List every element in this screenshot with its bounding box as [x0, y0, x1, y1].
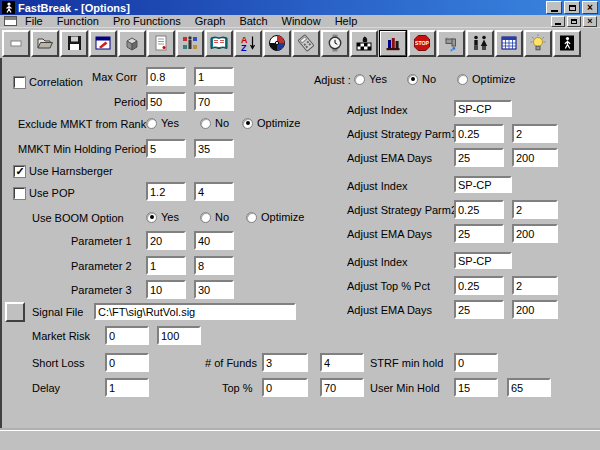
- user-min-hold-high-input[interactable]: [507, 378, 551, 397]
- radio-icon: [146, 118, 157, 129]
- window-restore-button[interactable]: [564, 1, 580, 14]
- toolbar: A Z: [0, 28, 600, 58]
- toolbar-report-button[interactable]: [147, 30, 175, 57]
- parameter2-high-input[interactable]: [194, 256, 234, 275]
- toolbar-edit-button[interactable]: [89, 30, 117, 57]
- parameter1-label: Parameter 1: [71, 235, 132, 247]
- radio-label: Yes: [369, 73, 387, 85]
- num-funds-low-input[interactable]: [262, 353, 308, 372]
- toolbar-new-button[interactable]: [2, 30, 30, 57]
- toolbar-chart-button[interactable]: [379, 30, 407, 57]
- toolbar-exit-button[interactable]: [553, 30, 581, 57]
- use-pop-low-input[interactable]: [146, 182, 186, 201]
- toolbar-save-button[interactable]: [60, 30, 88, 57]
- toolbar-wheel-button[interactable]: [263, 30, 291, 57]
- parameter2-low-input[interactable]: [146, 256, 186, 275]
- toolbar-restroom-button[interactable]: [466, 30, 494, 57]
- parameter1-high-input[interactable]: [194, 231, 234, 250]
- market-risk-high-input[interactable]: [157, 326, 201, 345]
- use-boom-yes-radio[interactable]: Yes: [146, 211, 179, 223]
- menu-pro-functions[interactable]: Pro Functions: [113, 15, 181, 27]
- menu-file[interactable]: File: [25, 15, 43, 27]
- toolbar-grid-button[interactable]: [495, 30, 523, 57]
- app-icon[interactable]: [2, 1, 15, 14]
- parameter3-label: Parameter 3: [71, 284, 132, 296]
- menu-help[interactable]: Help: [335, 15, 358, 27]
- strf-min-hold-input[interactable]: [454, 353, 498, 372]
- toolbar-watch-button[interactable]: [321, 30, 349, 57]
- adjust-ema-days1-label: Adjust EMA Days: [347, 152, 432, 164]
- adjust-strategy-parm2-high-input[interactable]: [512, 200, 558, 219]
- top-pct-high-input[interactable]: [320, 378, 364, 397]
- adjust-index3-input[interactable]: [454, 252, 512, 269]
- adjust-index2-input[interactable]: [454, 176, 512, 193]
- adjust-ema-days1-low-input[interactable]: [454, 148, 504, 167]
- num-funds-high-input[interactable]: [320, 353, 364, 372]
- market-risk-low-input[interactable]: [105, 326, 149, 345]
- delay-input[interactable]: [105, 378, 149, 397]
- menu-function[interactable]: Function: [57, 15, 99, 27]
- toolbar-faucet-button[interactable]: [437, 30, 465, 57]
- signal-file-input[interactable]: [94, 303, 296, 320]
- correlation-checkbox[interactable]: Correlation: [14, 76, 83, 88]
- max-corr-low-input[interactable]: [146, 67, 186, 86]
- exclude-mmkt-label: Exclude MMKT from Rank: [18, 118, 146, 130]
- toolbar-chess-button[interactable]: [350, 30, 378, 57]
- top-pct-low-input[interactable]: [262, 378, 308, 397]
- adjust-strategy-parm1-high-input[interactable]: [512, 124, 558, 143]
- mdi-restore-button[interactable]: [567, 16, 581, 27]
- exclude-mmkt-no-radio[interactable]: No: [200, 117, 229, 129]
- exclude-mmkt-optimize-radio[interactable]: Optimize: [242, 117, 300, 129]
- menu-batch[interactable]: Batch: [239, 15, 267, 27]
- mdi-child-icon[interactable]: [4, 16, 17, 26]
- mdi-close-button[interactable]: ×: [583, 16, 597, 27]
- adjust-top-pct-low-input[interactable]: [454, 276, 504, 295]
- parameter1-low-input[interactable]: [146, 231, 186, 250]
- parameter3-low-input[interactable]: [146, 280, 186, 299]
- options-form: Correlation Max Corr Period Exclude MMKT…: [0, 58, 600, 429]
- adjust-top-pct-high-input[interactable]: [512, 276, 558, 295]
- adjust-ema-days1-high-input[interactable]: [512, 148, 558, 167]
- adjust-strategy-parm1-low-input[interactable]: [454, 124, 504, 143]
- signal-file-browse-button[interactable]: [5, 302, 25, 322]
- use-harnsberger-checkbox[interactable]: Use Harnsberger: [14, 165, 113, 177]
- use-pop-checkbox[interactable]: Use POP: [14, 187, 75, 199]
- parameter3-high-input[interactable]: [194, 280, 234, 299]
- toolbar-bulb-button[interactable]: [524, 30, 552, 57]
- toolbar-book-button[interactable]: [205, 30, 233, 57]
- toolbar-stop-button[interactable]: STOP: [408, 30, 436, 57]
- mdi-minimize-button[interactable]: [551, 16, 565, 27]
- use-pop-high-input[interactable]: [194, 182, 234, 201]
- adjust-strategy-parm2-low-input[interactable]: [454, 200, 504, 219]
- use-boom-optimize-radio[interactable]: Optimize: [246, 211, 304, 223]
- toolbar-open-button[interactable]: [31, 30, 59, 57]
- max-corr-high-input[interactable]: [194, 67, 234, 86]
- adjust-yes-radio[interactable]: Yes: [354, 73, 387, 85]
- adjust-ema-days3-low-input[interactable]: [454, 300, 504, 319]
- adjust-no-radio[interactable]: No: [407, 73, 436, 85]
- toolbar-calculator-button[interactable]: [292, 30, 320, 57]
- adjust-ema-days2-low-input[interactable]: [454, 224, 504, 243]
- adjust-ema-days3-high-input[interactable]: [512, 300, 558, 319]
- user-min-hold-low-input[interactable]: [454, 378, 498, 397]
- restore-icon: [569, 5, 576, 11]
- window-close-button[interactable]: ×: [582, 1, 598, 14]
- save-icon: [64, 33, 84, 53]
- period-low-input[interactable]: [146, 92, 186, 111]
- adjust-optimize-radio[interactable]: Optimize: [457, 73, 515, 85]
- window-minimize-button[interactable]: [546, 1, 562, 14]
- menu-window[interactable]: Window: [282, 15, 321, 27]
- period-high-input[interactable]: [194, 92, 234, 111]
- exclude-mmkt-yes-radio[interactable]: Yes: [146, 117, 179, 129]
- toolbar-sort-button[interactable]: A Z: [234, 30, 262, 57]
- use-boom-no-radio[interactable]: No: [200, 211, 229, 223]
- short-loss-input[interactable]: [105, 353, 149, 372]
- mmkt-min-hold-low-input[interactable]: [146, 139, 186, 158]
- menu-graph[interactable]: Graph: [195, 15, 226, 27]
- radio-label: Optimize: [261, 211, 304, 223]
- adjust-ema-days2-high-input[interactable]: [512, 224, 558, 243]
- toolbar-funds-button[interactable]: [176, 30, 204, 57]
- adjust-index1-input[interactable]: [454, 100, 512, 117]
- toolbar-cube-button[interactable]: [118, 30, 146, 57]
- mmkt-min-hold-high-input[interactable]: [194, 139, 234, 158]
